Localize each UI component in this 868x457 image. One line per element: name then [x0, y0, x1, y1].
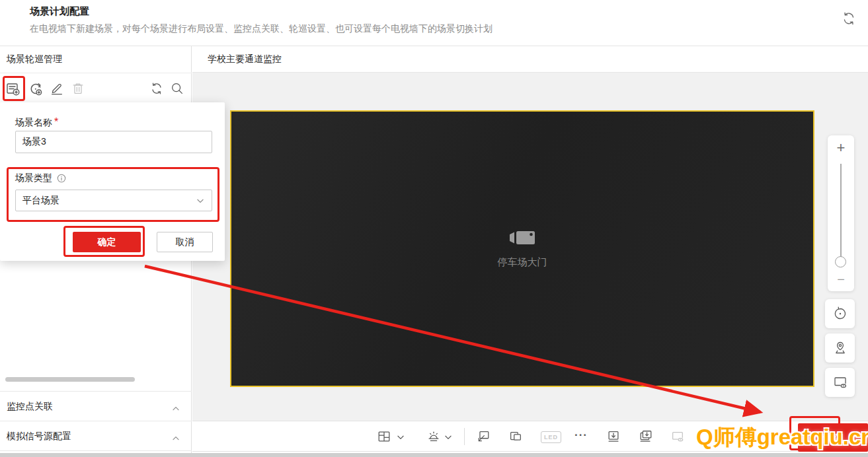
scene-name-label-text: 场景名称	[15, 117, 52, 127]
wall-header	[192, 46, 868, 73]
apply-download-icon[interactable]	[606, 429, 621, 444]
section-divider	[0, 450, 192, 451]
bottom-toolbar	[192, 421, 868, 452]
zoom-in-button[interactable]: +	[828, 139, 854, 157]
window-bottom-edge	[0, 453, 868, 457]
camera-name: 停车场大门	[498, 256, 547, 269]
horizontal-scrollbar[interactable]	[5, 377, 135, 382]
monitor-preview-icon	[670, 429, 685, 444]
page-subtitle: 在电视墙下新建场景，对每个场景进行布局设置、监控点关联、轮巡设置、也可设置每个电…	[30, 23, 493, 35]
zoom-slider-handle[interactable]	[835, 256, 846, 267]
batch-apply-download-icon[interactable]	[639, 429, 653, 444]
camera-icon	[508, 228, 537, 247]
new-scene-dialog: 场景名称* 场景类型 平台场景 确定 取消	[0, 102, 225, 261]
window-overlap-icon[interactable]	[508, 429, 523, 444]
panel-divider	[0, 73, 192, 73]
layout-chevron-down-icon[interactable]	[396, 433, 405, 442]
cancel-button[interactable]: 取消	[157, 232, 213, 252]
info-icon[interactable]	[56, 173, 67, 184]
location-pin-icon	[832, 340, 848, 356]
zoom-slider-track[interactable]	[840, 164, 842, 262]
monitor-point-location-button[interactable]	[825, 334, 855, 363]
scene-type-label: 场景类型	[15, 172, 67, 184]
section-divider	[0, 391, 192, 392]
more-actions-icon[interactable]: ···	[574, 429, 588, 442]
scene-tour-panel-title: 场景轮巡管理	[7, 53, 62, 65]
alarm-icon[interactable]	[426, 429, 441, 444]
video-wall-screen[interactable]: 停车场大门	[230, 110, 814, 387]
section-divider	[0, 421, 192, 421]
scene-name-input[interactable]	[15, 131, 212, 153]
add-tour-icon[interactable]	[28, 81, 44, 97]
refresh-scene-list-icon[interactable]	[149, 81, 165, 97]
scene-name-label: 场景名称*	[15, 116, 58, 129]
layout-grid-icon[interactable]	[377, 429, 391, 444]
wall-title: 学校主要通道监控	[208, 53, 282, 65]
page-refresh-icon[interactable]	[841, 11, 857, 26]
scene-type-value: 平台场景	[22, 195, 59, 207]
chevron-up-icon[interactable]	[171, 433, 181, 444]
scene-type-label-text: 场景类型	[15, 172, 52, 184]
save-button[interactable]: 保存	[798, 423, 868, 452]
select-chevron-down-icon	[196, 196, 205, 205]
window-roam-icon[interactable]	[476, 429, 491, 444]
required-asterisk: *	[54, 116, 58, 127]
add-scene-icon[interactable]	[5, 81, 21, 97]
alarm-chevron-down-icon[interactable]	[444, 433, 453, 442]
section-analog-signal-source[interactable]: 模拟信号源配置	[7, 431, 71, 442]
clock-rotate-icon	[832, 306, 848, 322]
monitor-eye-icon	[832, 374, 848, 390]
scene-type-select[interactable]: 平台场景	[15, 190, 212, 211]
zoom-out-button[interactable]: −	[828, 272, 854, 287]
page-title: 场景计划配置	[30, 5, 89, 18]
led-icon: LED	[541, 431, 561, 443]
auto-switch-time-button[interactable]	[825, 299, 855, 328]
section-monitor-association[interactable]: 监控点关联	[7, 401, 53, 413]
delete-scene-icon	[71, 81, 87, 97]
edit-scene-icon[interactable]	[50, 81, 65, 97]
chevron-up-icon[interactable]	[171, 404, 181, 414]
toolbar-divider	[464, 428, 465, 445]
search-scene-icon[interactable]	[170, 81, 186, 97]
ok-button[interactable]: 确定	[73, 232, 141, 252]
screen-preview-button[interactable]	[825, 368, 855, 397]
